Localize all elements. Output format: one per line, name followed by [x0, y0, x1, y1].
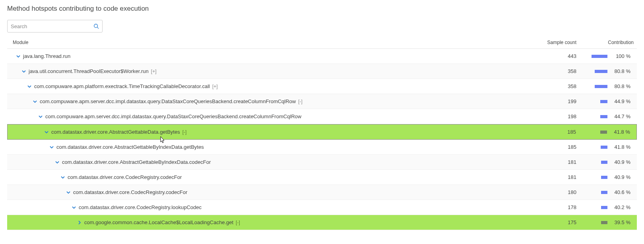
chevron-down-icon[interactable] [55, 160, 60, 165]
chevron-down-icon[interactable] [38, 114, 43, 119]
contribution-bar [595, 70, 607, 73]
table-header: Module Sample count Contribution [7, 40, 637, 49]
chevron-down-icon[interactable] [33, 99, 37, 104]
sample-count-cell: 178 [526, 204, 581, 210]
sample-count-cell: 443 [526, 53, 581, 59]
method-label[interactable]: com.compuware.apm.platform.exectrack.Tim… [34, 83, 210, 89]
tree-row[interactable]: com.datastax.driver.core.CodecRegistry.c… [7, 170, 637, 185]
tree-row[interactable]: com.google.common.cache.LocalCache$Local… [7, 215, 637, 230]
contribution-bar [600, 115, 607, 118]
contribution-bar [601, 161, 607, 164]
contribution-cell: 40.6 % [581, 189, 637, 195]
expand-suffix[interactable]: [-] [298, 99, 303, 104]
contribution-bar [601, 206, 607, 209]
contribution-cell: 41.8 % [581, 144, 637, 150]
header-sample-count[interactable]: Sample count [526, 40, 581, 45]
chevron-down-icon[interactable] [44, 130, 49, 134]
sample-count-cell: 198 [526, 113, 581, 119]
contribution-bar [601, 146, 607, 149]
method-label[interactable]: com.google.common.cache.LocalCache$Local… [84, 219, 233, 225]
sample-count-cell: 199 [526, 98, 581, 104]
contribution-cell: 40.9 % [581, 174, 637, 180]
method-label[interactable]: com.datastax.driver.core.CodecRegistry.c… [73, 189, 187, 195]
chevron-right-icon[interactable] [77, 220, 82, 225]
contribution-pct: 40.9 % [611, 159, 634, 165]
contribution-pct: 41.8 % [611, 129, 633, 135]
tree-rows: java.lang.Thread.run443100 %java.util.co… [7, 49, 637, 230]
method-label[interactable]: com.datastax.driver.core.AbstractGettabl… [51, 129, 180, 135]
header-module[interactable]: Module [7, 40, 526, 45]
sample-count-cell: 358 [526, 83, 581, 89]
row-module-cell: com.google.common.cache.LocalCache$Local… [7, 219, 526, 225]
svg-point-0 [94, 24, 98, 28]
search-icon[interactable] [93, 23, 99, 29]
contribution-pct: 39.5 % [611, 219, 634, 225]
tree-row[interactable]: com.datastax.driver.core.AbstractGettabl… [7, 124, 637, 140]
header-contribution[interactable]: Contribution [581, 40, 637, 45]
tree-row[interactable]: java.util.concurrent.ThreadPoolExecutor$… [7, 64, 637, 79]
contribution-pct: 40.9 % [611, 174, 634, 180]
contribution-pct: 80.8 % [611, 68, 634, 74]
method-label[interactable]: com.compuware.apm.server.dcc.impl.datast… [40, 98, 296, 104]
tree-row[interactable]: java.lang.Thread.run443100 % [7, 49, 637, 64]
method-label[interactable]: java.util.concurrent.ThreadPoolExecutor$… [29, 68, 149, 74]
tree-row[interactable]: com.datastax.driver.core.CodecRegistry.l… [7, 200, 637, 215]
search-input[interactable] [11, 23, 93, 29]
tree-row[interactable]: com.datastax.driver.core.AbstractGettabl… [7, 140, 637, 155]
method-label[interactable]: com.datastax.driver.core.CodecRegistry.l… [79, 204, 202, 210]
sample-count-cell: 181 [526, 159, 581, 165]
row-module-cell: com.datastax.driver.core.CodecRegistry.c… [7, 189, 526, 195]
row-module-cell: com.datastax.driver.core.CodecRegistry.l… [7, 204, 526, 210]
contribution-cell: 40.2 % [581, 204, 637, 210]
svg-line-1 [97, 27, 99, 29]
sample-count-cell: 175 [526, 219, 581, 225]
row-module-cell: com.datastax.driver.core.AbstractGettabl… [7, 159, 526, 165]
expand-suffix[interactable]: [-] [182, 129, 187, 135]
row-module-cell: java.util.concurrent.ThreadPoolExecutor$… [7, 68, 526, 74]
tree-row[interactable]: com.datastax.driver.core.AbstractGettabl… [7, 155, 637, 170]
contribution-bar [601, 176, 607, 179]
method-label[interactable]: java.lang.Thread.run [23, 53, 70, 59]
row-module-cell: com.compuware.apm.server.dcc.impl.datast… [7, 98, 526, 104]
chevron-down-icon[interactable] [16, 54, 21, 59]
method-label[interactable]: com.compuware.apm.server.dcc.impl.datast… [45, 113, 301, 119]
method-label[interactable]: com.datastax.driver.core.CodecRegistry.c… [68, 174, 182, 180]
contribution-pct: 40.6 % [611, 189, 634, 195]
search-box[interactable] [7, 20, 103, 33]
tree-row[interactable]: com.compuware.apm.server.dcc.impl.datast… [7, 109, 637, 124]
contribution-bar [595, 85, 607, 88]
page-title: Method hotspots contributing to code exe… [7, 5, 637, 13]
chevron-down-icon[interactable] [49, 145, 54, 150]
chevron-down-icon[interactable] [21, 69, 26, 74]
method-label[interactable]: com.datastax.driver.core.AbstractGettabl… [62, 159, 211, 165]
expand-suffix[interactable]: [+] [151, 69, 157, 74]
tree-row[interactable]: com.compuware.apm.platform.exectrack.Tim… [7, 79, 637, 94]
sample-count-cell: 180 [526, 189, 581, 195]
contribution-bar [601, 191, 607, 194]
contribution-bar [600, 131, 607, 134]
row-module-cell: com.compuware.apm.server.dcc.impl.datast… [7, 113, 526, 119]
contribution-bar [600, 100, 607, 103]
contribution-cell: 40.9 % [581, 159, 637, 165]
tree-row[interactable]: com.datastax.driver.core.CodecRegistry.c… [7, 185, 637, 200]
method-label[interactable]: com.datastax.driver.core.AbstractGettabl… [56, 144, 204, 150]
chevron-down-icon[interactable] [66, 190, 71, 195]
row-module-cell: com.compuware.apm.platform.exectrack.Tim… [7, 83, 526, 89]
sample-count-cell: 358 [526, 68, 581, 74]
chevron-down-icon[interactable] [72, 205, 76, 210]
contribution-cell: 80.8 % [581, 83, 637, 89]
chevron-down-icon[interactable] [27, 84, 32, 89]
contribution-cell: 44.9 % [581, 98, 637, 104]
row-module-cell: java.lang.Thread.run [7, 53, 526, 59]
chevron-down-icon[interactable] [60, 175, 65, 180]
row-module-cell: com.datastax.driver.core.AbstractGettabl… [7, 144, 526, 150]
expand-suffix[interactable]: [+] [212, 84, 218, 89]
contribution-cell: 80.8 % [581, 68, 637, 74]
contribution-cell: 39.5 % [581, 219, 637, 225]
contribution-pct: 80.8 % [611, 83, 634, 89]
contribution-bar [592, 55, 607, 58]
expand-suffix[interactable]: [-] [236, 220, 240, 225]
contribution-pct: 100 % [611, 53, 634, 59]
contribution-cell: 44.7 % [581, 113, 637, 119]
tree-row[interactable]: com.compuware.apm.server.dcc.impl.datast… [7, 94, 637, 109]
